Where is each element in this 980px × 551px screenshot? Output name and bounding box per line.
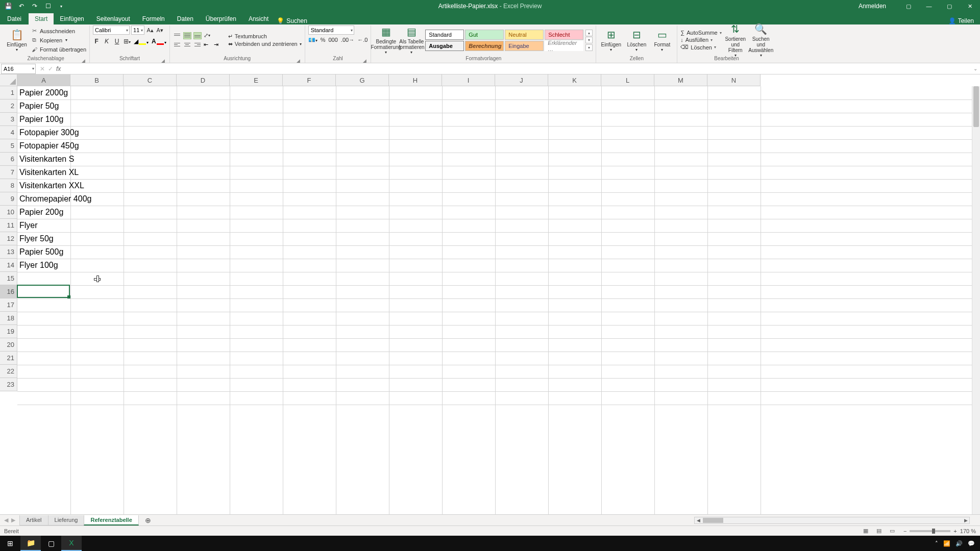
normal-view-icon[interactable]: ▦ — [860, 527, 872, 535]
col-header[interactable]: H — [389, 74, 442, 86]
select-all-triangle[interactable] — [0, 74, 17, 86]
row-header[interactable]: 22 — [0, 365, 17, 378]
page-layout-view-icon[interactable]: ▤ — [873, 527, 885, 535]
sheet-nav-prev-icon[interactable]: ◀ — [4, 517, 8, 523]
accounting-format-button[interactable]: 💶▾ — [308, 37, 317, 43]
increase-decimal-button[interactable]: .00→ — [341, 37, 354, 43]
style-ausgabe[interactable]: Ausgabe — [425, 41, 464, 51]
align-top-button[interactable] — [173, 32, 181, 39]
row-headers[interactable]: 1234567891011121314151617181920212223 — [0, 86, 17, 514]
sheet-tab[interactable]: Referenztabelle — [84, 515, 138, 525]
underline-button[interactable]: U — [113, 38, 120, 45]
dialog-launcher-icon[interactable]: ◢ — [296, 57, 302, 63]
tab-überprüfen[interactable]: Überprüfen — [200, 13, 242, 24]
cell[interactable]: Papier 50g — [17, 99, 119, 113]
col-header[interactable]: J — [495, 74, 548, 86]
percent-button[interactable]: % — [321, 37, 326, 43]
cell[interactable]: Papier 500g — [17, 245, 119, 259]
tray-up-icon[interactable]: ˄ — [935, 540, 938, 547]
redo-icon[interactable]: ↷ — [31, 2, 39, 10]
gallery-down-icon[interactable]: ▾ — [585, 37, 593, 43]
style-neutral[interactable]: Neutral — [505, 30, 544, 40]
row-header[interactable]: 13 — [0, 245, 17, 259]
zoom-in-button[interactable]: + — [953, 528, 957, 534]
row-header[interactable]: 21 — [0, 352, 17, 365]
row-header[interactable]: 5 — [0, 139, 17, 153]
name-box[interactable]: A16▾ — [1, 64, 36, 74]
row-header[interactable]: 11 — [0, 219, 17, 232]
style-eingabe[interactable]: Eingabe — [505, 41, 544, 51]
hscroll-left-icon[interactable]: ◀ — [695, 518, 702, 523]
align-middle-button[interactable] — [183, 32, 191, 39]
fill-handle[interactable] — [67, 295, 70, 298]
zoom-out-button[interactable]: − — [903, 528, 906, 534]
format-cells-button[interactable]: ▭Format▾ — [650, 26, 674, 55]
col-header[interactable]: M — [654, 74, 707, 86]
insert-cells-button[interactable]: ⊞Einfügen▾ — [599, 26, 623, 55]
tray-network-icon[interactable]: 📶 — [943, 540, 950, 547]
gallery-more-icon[interactable]: ▾ — [585, 44, 593, 51]
row-header[interactable]: 9 — [0, 192, 17, 206]
row-header[interactable]: 18 — [0, 312, 17, 325]
row-header[interactable]: 17 — [0, 298, 17, 312]
decrease-font-icon[interactable]: A▾ — [156, 27, 164, 34]
decrease-decimal-button[interactable]: ←.0 — [357, 37, 368, 43]
dialog-launcher-icon[interactable]: ◢ — [80, 57, 86, 63]
align-center-button[interactable] — [183, 41, 191, 48]
italic-button[interactable]: K — [103, 38, 110, 45]
tab-start[interactable]: Start — [29, 13, 54, 24]
comma-style-button[interactable]: 000 — [329, 37, 338, 43]
touch-mode-icon[interactable]: ☐ — [44, 2, 52, 10]
tab-einfügen[interactable]: Einfügen — [54, 13, 90, 24]
tray-volume-icon[interactable]: 🔊 — [955, 540, 963, 547]
signin-link[interactable]: Anmelden — [859, 3, 886, 10]
tb-excel-icon[interactable]: X — [61, 536, 82, 551]
hscroll-right-icon[interactable]: ▶ — [962, 518, 969, 523]
decrease-indent-button[interactable]: ⇤ — [204, 41, 212, 48]
clear-button[interactable]: ⌫Löschen▾ — [680, 44, 721, 51]
conditional-formatting-button[interactable]: ▦Bedingte Formatierung▾ — [374, 26, 398, 55]
wrap-text-button[interactable]: ↵Textumbruch — [228, 33, 302, 40]
style-berechnung[interactable]: Berechnung — [465, 41, 504, 51]
row-header[interactable]: 6 — [0, 153, 17, 166]
row-header[interactable]: 14 — [0, 259, 17, 272]
find-select-button[interactable]: 🔍Suchen und Auswählen▾ — [749, 26, 773, 55]
tab-ansicht[interactable]: Ansicht — [242, 13, 275, 24]
sheet-tab[interactable]: Artikel — [19, 515, 48, 525]
col-header[interactable]: L — [601, 74, 654, 86]
col-header[interactable]: N — [707, 74, 761, 86]
style-standard[interactable]: Standard — [425, 30, 464, 40]
style-gut[interactable]: Gut — [465, 30, 504, 40]
gallery-up-icon[interactable]: ▴ — [585, 30, 593, 36]
align-right-button[interactable] — [193, 41, 202, 48]
cell[interactable]: Fotopapier 450g — [17, 139, 119, 153]
col-header[interactable]: E — [230, 74, 283, 86]
qat-customize-icon[interactable]: ▾ — [57, 2, 65, 10]
merge-center-button[interactable]: ⬌Verbinden und zentrieren▾ — [228, 41, 302, 47]
row-header[interactable]: 2 — [0, 99, 17, 113]
tab-datei[interactable]: Datei — [0, 13, 29, 24]
row-header[interactable]: 1 — [0, 86, 17, 99]
tab-seitenlayout[interactable]: Seitenlayout — [90, 13, 136, 24]
row-header[interactable]: 10 — [0, 206, 17, 219]
minimize-icon[interactable]: — — [919, 0, 939, 12]
page-break-view-icon[interactable]: ▭ — [886, 527, 898, 535]
share-button[interactable]: 👤 Teilen — [948, 17, 974, 24]
cell[interactable]: Visitenkarten XL — [17, 166, 119, 179]
tb-app-icon[interactable]: ▢ — [41, 536, 61, 551]
font-name-combo[interactable]: Calibri▾ — [93, 26, 130, 35]
cell[interactable]: Visitenkarten XXL — [17, 179, 119, 192]
horizontal-scrollbar[interactable]: ◀ ▶ — [694, 517, 970, 524]
sheet-tab[interactable]: Lieferung — [48, 515, 85, 525]
cell[interactable]: Fotopapier 300g — [17, 126, 119, 139]
row-header[interactable]: 20 — [0, 338, 17, 352]
col-header[interactable]: C — [124, 74, 177, 86]
col-header[interactable]: F — [283, 74, 336, 86]
zoom-slider[interactable] — [910, 530, 950, 532]
col-header[interactable]: B — [70, 74, 124, 86]
col-header[interactable]: K — [548, 74, 601, 86]
increase-indent-button[interactable]: ⇥ — [214, 41, 222, 48]
cell[interactable]: Papier 200g — [17, 206, 119, 219]
row-header[interactable]: 3 — [0, 113, 17, 126]
style-schlecht[interactable]: Schlecht — [545, 30, 583, 40]
